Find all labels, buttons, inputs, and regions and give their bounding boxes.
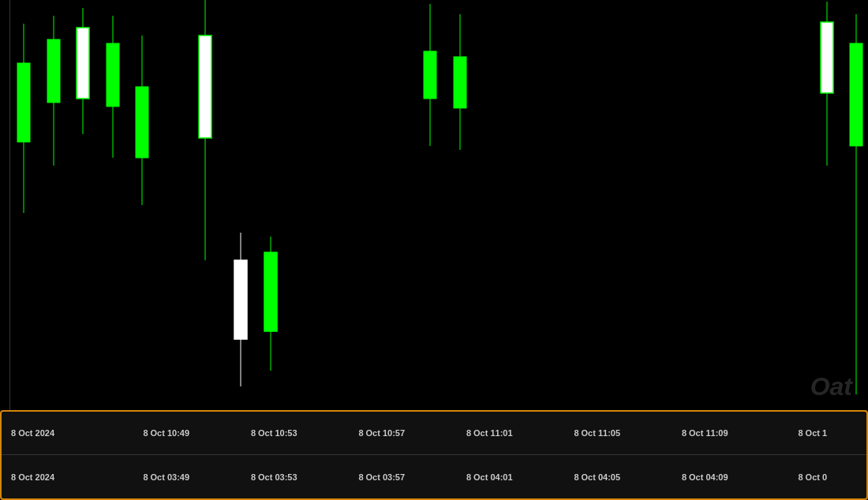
svg-rect-9 — [136, 87, 148, 158]
svg-rect-13 — [234, 260, 247, 339]
candlestick-chart — [0, 0, 868, 410]
time-label-alt-6: 8 Oct 04:09 — [651, 472, 759, 482]
time-label-alt-1: 8 Oct 03:49 — [113, 472, 221, 482]
time-label-5: 8 Oct 11:05 — [544, 428, 652, 438]
svg-rect-3 — [47, 39, 60, 103]
svg-rect-1 — [17, 63, 30, 142]
svg-rect-11 — [199, 35, 211, 138]
svg-rect-21 — [821, 22, 833, 93]
time-label-6: 8 Oct 11:09 — [651, 428, 759, 438]
time-label-alt-0: 8 Oct 2024 — [2, 472, 113, 482]
time-row-upper: 8 Oct 2024 8 Oct 10:49 8 Oct 10:53 8 Oct… — [2, 412, 866, 455]
svg-rect-17 — [424, 51, 436, 99]
svg-rect-7 — [107, 43, 119, 106]
time-label-1: 8 Oct 10:49 — [113, 428, 221, 438]
time-axis: 8 Oct 2024 8 Oct 10:49 8 Oct 10:53 8 Oct… — [0, 410, 868, 500]
time-label-alt-7: 8 Oct 0 — [759, 472, 867, 482]
watermark-text: Oat — [810, 372, 852, 401]
time-label-alt-3: 8 Oct 03:57 — [328, 472, 436, 482]
time-label-0: 8 Oct 2024 — [2, 428, 113, 438]
time-label-3: 8 Oct 10:57 — [328, 428, 436, 438]
chart-container: 8 Oct 2024 8 Oct 10:49 8 Oct 10:53 8 Oct… — [0, 0, 868, 500]
time-label-alt-5: 8 Oct 04:05 — [544, 472, 652, 482]
svg-rect-23 — [850, 43, 862, 146]
time-label-4: 8 Oct 11:01 — [436, 428, 544, 438]
svg-rect-19 — [454, 57, 466, 108]
time-label-alt-2: 8 Oct 03:53 — [220, 472, 328, 482]
time-label-7: 8 Oct 1 — [759, 428, 867, 438]
time-row-lower: 8 Oct 2024 8 Oct 03:49 8 Oct 03:53 8 Oct… — [2, 455, 866, 498]
time-label-2: 8 Oct 10:53 — [220, 428, 328, 438]
svg-rect-15 — [264, 252, 277, 331]
time-label-alt-4: 8 Oct 04:01 — [436, 472, 544, 482]
svg-rect-5 — [77, 28, 89, 99]
